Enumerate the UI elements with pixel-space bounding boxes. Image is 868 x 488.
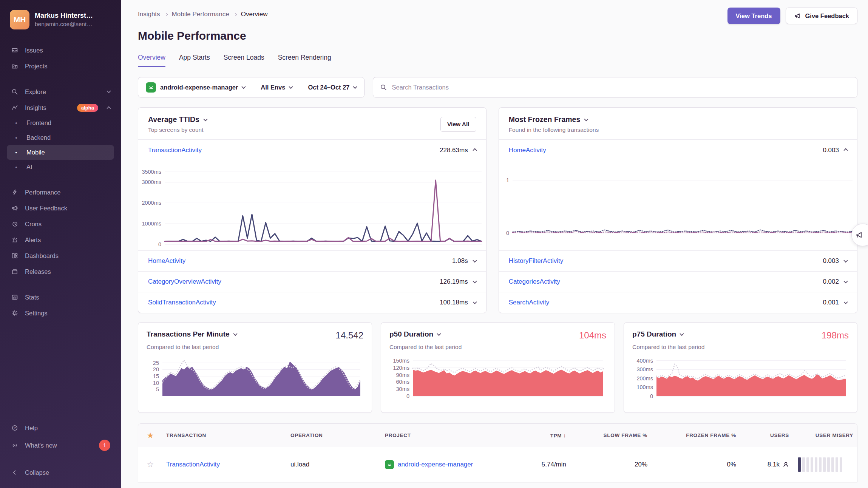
search-transactions-input[interactable] bbox=[392, 84, 850, 91]
project-selector[interactable]: android-expense-manager bbox=[138, 77, 253, 97]
sort-desc-icon: ↓ bbox=[563, 432, 566, 439]
environment-selector[interactable]: All Envs bbox=[253, 77, 300, 97]
view-trends-button[interactable]: View Trends bbox=[727, 8, 780, 24]
user-email: benjamin.coe@sent… bbox=[35, 21, 114, 28]
column-operation[interactable]: OPERATION bbox=[287, 432, 381, 438]
sidebar-item-whats-new[interactable]: What's new 1 bbox=[7, 436, 114, 455]
give-feedback-button[interactable]: Give Feedback bbox=[786, 8, 857, 24]
column-tpm[interactable]: TPM↓ bbox=[506, 432, 570, 439]
chevron-up-icon[interactable] bbox=[473, 148, 477, 152]
tab-bar: Overview App Starts Screen Loads Screen … bbox=[138, 54, 857, 67]
sidebar-item-insights[interactable]: Insights alpha bbox=[7, 100, 114, 116]
card-title: p50 Duration bbox=[389, 330, 433, 338]
breadcrumb-insights[interactable]: Insights bbox=[138, 11, 160, 18]
sidebar-item-label: Projects bbox=[25, 63, 110, 70]
chevron-down-icon[interactable] bbox=[473, 279, 477, 283]
chevron-down-icon[interactable] bbox=[473, 258, 477, 263]
transaction-link[interactable]: SolidTransactionActivity bbox=[148, 299, 216, 306]
breadcrumb-mobile-performance[interactable]: Mobile Performance bbox=[172, 11, 229, 18]
tab-screen-loads[interactable]: Screen Loads bbox=[224, 54, 264, 67]
transaction-link[interactable]: TransactionActivity bbox=[166, 461, 220, 468]
environment-selector-label: All Envs bbox=[261, 84, 285, 91]
sidebar-item-crons[interactable]: Crons bbox=[7, 216, 114, 232]
chevron-down-icon[interactable] bbox=[843, 258, 848, 263]
sidebar-item-help[interactable]: ? Help bbox=[7, 420, 114, 436]
sidebar-item-stats[interactable]: Stats bbox=[7, 289, 114, 305]
sidebar-item-user-feedback[interactable]: User Feedback bbox=[7, 200, 114, 216]
sidebar-item-mobile[interactable]: • Mobile bbox=[7, 145, 114, 160]
chevron-down-icon[interactable] bbox=[680, 332, 684, 336]
user-menu[interactable]: MH Markus Hinterst… benjamin.coe@sent… bbox=[7, 10, 114, 29]
sidebar-item-alerts[interactable]: Alerts bbox=[7, 232, 114, 248]
svg-text:1000ms: 1000ms bbox=[142, 221, 161, 227]
transaction-link[interactable]: SearchActivity bbox=[509, 299, 550, 306]
star-icon[interactable]: ★ bbox=[138, 431, 162, 440]
sidebar-item-label: Mobile bbox=[26, 149, 110, 156]
svg-text:60ms: 60ms bbox=[396, 379, 409, 385]
gear-icon bbox=[11, 309, 19, 317]
folder-code-icon bbox=[11, 62, 19, 70]
transaction-link[interactable]: HomeActivity bbox=[509, 147, 546, 154]
sidebar-item-projects[interactable]: Projects bbox=[7, 58, 114, 74]
chevron-down-icon[interactable] bbox=[843, 300, 848, 304]
project-link[interactable]: android-expense-manager bbox=[398, 461, 473, 468]
breadcrumb: Insights Mobile Performance Overview bbox=[138, 8, 268, 18]
chevron-up-icon[interactable] bbox=[843, 148, 848, 152]
view-all-button[interactable]: View All bbox=[440, 117, 476, 132]
sidebar-item-settings[interactable]: Settings bbox=[7, 305, 114, 321]
card-title: p75 Duration bbox=[632, 330, 676, 338]
tab-app-starts[interactable]: App Starts bbox=[179, 54, 210, 67]
chevron-down-icon[interactable] bbox=[584, 117, 588, 121]
transaction-link[interactable]: CategoriesActivity bbox=[509, 278, 560, 286]
chevron-down-icon[interactable] bbox=[233, 332, 237, 336]
date-range-selector[interactable]: Oct 24–Oct 27 bbox=[300, 77, 364, 97]
p75-chart: 400ms300ms200ms100ms0 bbox=[632, 356, 849, 398]
transaction-link[interactable]: HomeActivity bbox=[148, 257, 185, 265]
sidebar-item-performance[interactable]: Performance bbox=[7, 184, 114, 200]
svg-text:150ms: 150ms bbox=[393, 358, 409, 364]
sidebar-item-backend[interactable]: • Backend bbox=[7, 130, 114, 145]
sidebar-item-frontend[interactable]: • Frontend bbox=[7, 116, 114, 130]
column-transaction[interactable]: TRANSACTION bbox=[162, 432, 287, 438]
ttid-row: HomeActivity 1.08s bbox=[138, 250, 486, 271]
chevron-down-icon[interactable] bbox=[473, 300, 477, 304]
chevron-down-icon[interactable] bbox=[203, 117, 207, 121]
svg-text:20: 20 bbox=[153, 366, 159, 372]
svg-text:1: 1 bbox=[506, 177, 509, 183]
chevron-down-icon[interactable] bbox=[843, 279, 848, 283]
column-slow-frame[interactable]: SLOW FRAME % bbox=[570, 432, 651, 438]
column-users[interactable]: USERS bbox=[740, 432, 793, 438]
svg-text:15: 15 bbox=[153, 373, 159, 379]
give-feedback-label: Give Feedback bbox=[805, 12, 849, 20]
bullet-icon: • bbox=[12, 120, 20, 126]
card-subtitle: Compared to the last period bbox=[632, 344, 849, 351]
breadcrumb-overview: Overview bbox=[241, 11, 268, 18]
sidebar-item-issues[interactable]: Issues bbox=[7, 42, 114, 58]
transaction-link[interactable]: CategoryOverviewActivity bbox=[148, 278, 221, 286]
chevron-down-icon[interactable] bbox=[437, 332, 441, 336]
ttid-row: CategoryOverviewActivity 126.19ms bbox=[138, 271, 486, 292]
sidebar-collapse-button[interactable]: Collapse bbox=[7, 465, 114, 480]
sidebar-item-releases[interactable]: Releases bbox=[7, 264, 114, 280]
column-user-misery[interactable]: USER MISERY bbox=[793, 432, 857, 438]
clock-icon bbox=[11, 220, 19, 228]
row-value: 0.001 bbox=[823, 299, 839, 306]
sidebar-item-label: Collapse bbox=[25, 469, 110, 476]
column-project[interactable]: PROJECT bbox=[381, 432, 506, 438]
column-frozen-frame[interactable]: FROZEN FRAME % bbox=[651, 432, 740, 438]
transaction-link[interactable]: HistoryFilterActivity bbox=[509, 257, 564, 265]
sidebar-item-dashboards[interactable]: Dashboards bbox=[7, 248, 114, 264]
sidebar-item-ai[interactable]: • AI bbox=[7, 160, 114, 175]
sidebar-item-explore[interactable]: Explore bbox=[7, 84, 114, 100]
chevron-down-icon bbox=[242, 85, 246, 89]
tab-overview[interactable]: Overview bbox=[138, 54, 165, 67]
chevron-down-icon bbox=[107, 89, 111, 93]
tab-screen-rendering[interactable]: Screen Rendering bbox=[278, 54, 331, 67]
star-outline-icon[interactable]: ☆ bbox=[138, 460, 162, 469]
transaction-link[interactable]: TransactionActivity bbox=[148, 147, 202, 154]
users-cell: 8.1k bbox=[740, 461, 793, 468]
bullet-icon: • bbox=[12, 134, 20, 141]
svg-text:3500ms: 3500ms bbox=[142, 169, 161, 175]
svg-text:30ms: 30ms bbox=[396, 386, 409, 392]
android-icon bbox=[146, 82, 156, 93]
